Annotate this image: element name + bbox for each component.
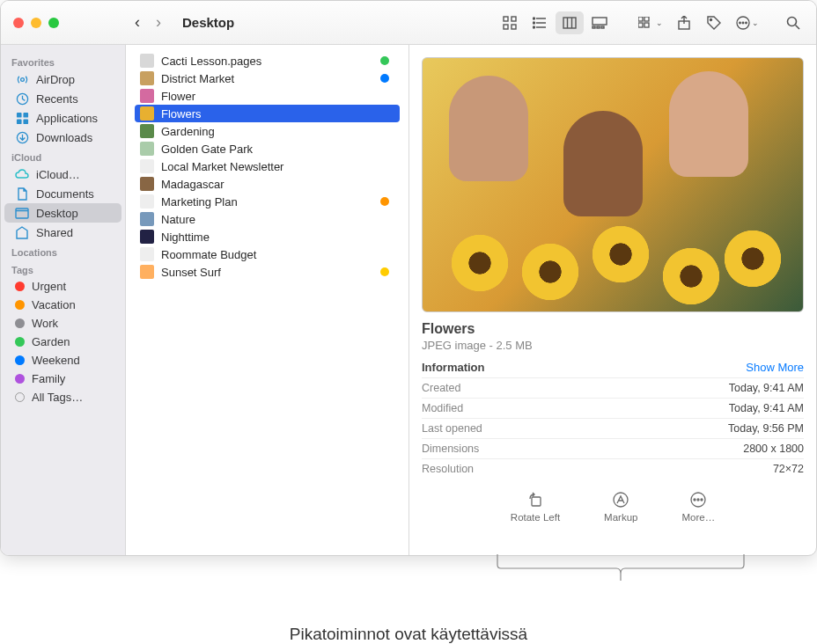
svg-rect-0: [504, 17, 508, 21]
file-row[interactable]: District Market: [135, 70, 400, 87]
download-icon: [15, 130, 29, 144]
file-row[interactable]: Cacti Lesson.pages: [135, 52, 400, 70]
share-button[interactable]: [670, 11, 698, 34]
sidebar-item-label: Family: [32, 372, 65, 385]
sidebar-item-work[interactable]: Work: [4, 314, 121, 333]
close-button[interactable]: [13, 18, 24, 28]
file-row[interactable]: Sunset Surf: [135, 263, 400, 281]
file-thumbnail-icon: [140, 106, 154, 121]
info-row: Last openedToday, 9:56 PM: [422, 418, 804, 438]
file-name-label: Cacti Lesson.pages: [161, 55, 373, 68]
sidebar-item-label: Recents: [36, 92, 78, 106]
more-icon: [689, 491, 707, 509]
back-button[interactable]: ‹: [135, 13, 140, 32]
sidebar-item-label: Shared: [36, 226, 73, 239]
desktop-icon: [15, 206, 29, 220]
sidebar-heading: Favorites: [1, 52, 125, 70]
sidebar-item-applications[interactable]: Applications: [4, 108, 121, 128]
group-button[interactable]: ⌄: [633, 11, 668, 34]
view-mode-group: [490, 11, 619, 34]
sidebar-item-recents[interactable]: Recents: [4, 89, 121, 108]
svg-point-29: [20, 77, 24, 81]
info-key: Dimensions: [422, 443, 479, 455]
file-row[interactable]: Flower: [135, 87, 400, 105]
tag-button[interactable]: [700, 11, 728, 34]
file-thumbnail-icon: [140, 247, 154, 261]
sidebar-item-garden[interactable]: Garden: [4, 333, 121, 351]
finder-window: ‹ › Desktop ⌄ ⌄ FavoritesAirDropRecentsA…: [0, 0, 817, 556]
file-row[interactable]: Madagascar: [135, 175, 400, 193]
search-button[interactable]: [779, 11, 807, 34]
quick-action-markup[interactable]: Markup: [604, 491, 637, 523]
sidebar-heading: Locations: [1, 242, 125, 260]
svg-rect-20: [644, 23, 649, 27]
sidebar-item-downloads[interactable]: Downloads: [4, 128, 121, 147]
sidebar-item-airdrop[interactable]: AirDrop: [4, 70, 121, 89]
list-view-button[interactable]: [526, 11, 554, 34]
file-list: Cacti Lesson.pagesDistrict MarketFlowerF…: [126, 45, 409, 555]
file-row[interactable]: Marketing Plan: [135, 193, 400, 210]
file-name-label: Marketing Plan: [161, 195, 373, 209]
file-thumbnail-icon: [140, 230, 154, 244]
show-more-link[interactable]: Show More: [746, 361, 804, 374]
action-label: Markup: [604, 512, 637, 523]
svg-rect-32: [23, 112, 28, 117]
svg-point-25: [742, 22, 744, 24]
svg-rect-36: [16, 209, 28, 218]
sidebar-item-documents[interactable]: Documents: [4, 184, 121, 203]
quick-action-rotate[interactable]: Rotate Left: [511, 491, 560, 523]
minimize-button[interactable]: [31, 18, 41, 28]
action-label: Rotate Left: [511, 512, 560, 523]
sidebar-item-family[interactable]: Family: [4, 370, 121, 388]
sidebar-item-label: Desktop: [36, 207, 78, 220]
sidebar-item-icloud-[interactable]: iCloud…: [4, 165, 121, 184]
svg-rect-1: [512, 17, 516, 21]
sidebar-item-label: Downloads: [36, 131, 92, 144]
preview-image: [422, 57, 804, 312]
info-value: 2800 x 1800: [743, 443, 804, 455]
sidebar-heading: iCloud: [1, 147, 125, 165]
file-name-label: Madagascar: [161, 178, 394, 191]
file-name-label: Nature: [161, 213, 394, 226]
svg-point-42: [697, 499, 699, 501]
sidebar-item-desktop[interactable]: Desktop: [4, 203, 121, 223]
svg-rect-14: [593, 26, 595, 28]
tag-dot-icon: [15, 374, 25, 384]
sidebar-item-weekend[interactable]: Weekend: [4, 351, 121, 370]
more-toolbar-button[interactable]: ⌄: [730, 11, 765, 34]
sidebar-item-urgent[interactable]: Urgent: [4, 277, 121, 296]
preview-title: Flowers: [422, 321, 804, 337]
file-row[interactable]: Nighttime: [135, 228, 400, 245]
file-row[interactable]: Golden Gate Park: [135, 140, 400, 157]
file-row[interactable]: Nature: [135, 210, 400, 228]
quick-action-more[interactable]: More…: [681, 491, 715, 523]
sidebar-item-shared[interactable]: Shared: [4, 223, 121, 242]
sidebar-item-vacation[interactable]: Vacation: [4, 296, 121, 314]
svg-rect-10: [563, 18, 576, 28]
file-thumbnail-icon: [140, 89, 154, 103]
svg-rect-38: [532, 497, 541, 506]
file-row[interactable]: Gardening: [135, 122, 400, 140]
svg-rect-33: [16, 119, 21, 124]
gallery-view-button[interactable]: [585, 11, 614, 34]
info-heading: Information: [422, 361, 485, 374]
file-row[interactable]: Flowers: [135, 105, 400, 122]
tag-dot-icon: [15, 318, 25, 328]
sidebar-item-label: All Tags…: [32, 391, 83, 404]
zoom-button[interactable]: [48, 18, 59, 28]
svg-rect-31: [16, 112, 21, 117]
sidebar-item-all-tags-[interactable]: All Tags…: [4, 388, 121, 406]
file-row[interactable]: Local Market Newsletter: [135, 157, 400, 175]
file-thumbnail-icon: [140, 54, 154, 68]
icon-view-button[interactable]: [496, 11, 524, 34]
column-view-button[interactable]: [556, 11, 584, 34]
sidebar-item-label: Documents: [36, 187, 94, 201]
svg-rect-13: [593, 18, 607, 25]
file-thumbnail-icon: [140, 177, 154, 191]
clock-icon: [15, 91, 29, 106]
forward-button[interactable]: ›: [156, 13, 161, 32]
action-label: More…: [681, 512, 715, 523]
sidebar-item-label: Applications: [36, 112, 98, 125]
svg-rect-34: [23, 119, 28, 124]
file-row[interactable]: Roommate Budget: [135, 245, 400, 263]
